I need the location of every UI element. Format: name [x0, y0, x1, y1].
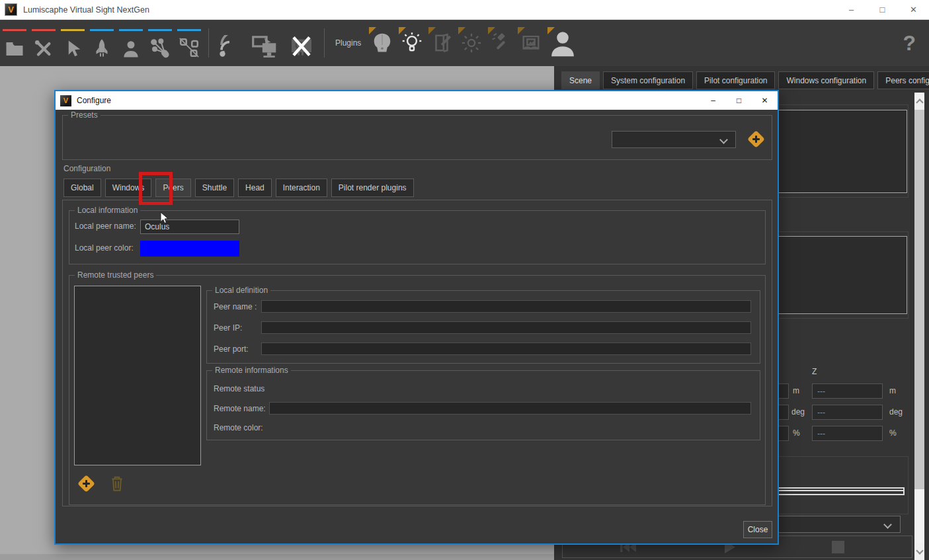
tools-button[interactable] — [30, 24, 58, 62]
yellow-underline — [61, 29, 85, 31]
mouse-cursor-icon — [160, 212, 169, 227]
scroll-down-button[interactable] — [914, 543, 924, 560]
unit-label: m — [889, 386, 896, 395]
remote-informations-label: Remote informations — [212, 366, 291, 375]
tab-global[interactable]: Global — [63, 179, 101, 197]
help-button[interactable]: ? — [903, 31, 916, 56]
light-plugin-button[interactable] — [397, 25, 426, 61]
z-value-field[interactable]: --- — [812, 426, 883, 441]
tab-windows[interactable]: Windows — [105, 179, 152, 197]
person-plugin-button[interactable] — [545, 25, 580, 61]
z-value-field[interactable]: --- — [812, 405, 883, 420]
add-peer-button[interactable] — [77, 475, 95, 493]
tab-system-configuration[interactable]: System configuration — [603, 71, 693, 89]
red-underline — [3, 29, 26, 31]
capture-zones-button[interactable] — [175, 24, 203, 62]
chevron-up-icon — [916, 99, 923, 106]
tab-interaction[interactable]: Interaction — [276, 179, 327, 197]
red-underline — [32, 29, 56, 31]
open-folder-button[interactable] — [1, 24, 28, 62]
close-dialog-button[interactable]: Close — [743, 521, 772, 538]
peer-port-input[interactable] — [261, 342, 751, 355]
blue-underline — [119, 29, 143, 31]
add-preset-button[interactable] — [747, 130, 765, 148]
select-cursor-button[interactable] — [59, 24, 87, 62]
dialog-maximize-button[interactable]: □ — [726, 91, 752, 110]
unit-label: % — [889, 428, 897, 438]
flashlight-plugin-button[interactable] — [486, 25, 516, 61]
plugin-corner-badge — [547, 27, 555, 34]
tab-pilot-render-plugins[interactable]: Pilot render plugins — [331, 179, 414, 197]
tab-head[interactable]: Head — [238, 179, 272, 197]
door-plugin-icon — [430, 32, 453, 54]
remote-trusted-peers-label: Remote trusted peers — [75, 270, 156, 280]
peer-ip-label: Peer IP: — [214, 323, 242, 333]
app-logo-icon: V — [5, 3, 17, 16]
chevron-down-icon — [916, 547, 923, 554]
tab-peers-configuration[interactable]: Peers configuration — [877, 71, 929, 89]
unit-label: deg — [791, 407, 805, 417]
blue-underline — [148, 29, 172, 31]
node-graph-button[interactable] — [146, 24, 174, 62]
open-folder-icon — [3, 39, 26, 59]
local-definition-label: Local definition — [212, 286, 270, 295]
dialog-close-button[interactable]: ✕ — [752, 91, 778, 110]
tab-pilot-configuration[interactable]: Pilot configuration — [696, 71, 775, 89]
dialog-window-controls: – □ ✕ — [700, 91, 778, 110]
peer-ip-input[interactable] — [261, 321, 751, 334]
local-information-label: Local information — [75, 206, 140, 215]
peer-name-input[interactable] — [261, 300, 751, 313]
head-plugin-icon — [370, 31, 394, 55]
tools-icon — [32, 39, 55, 59]
stop-button[interactable] — [826, 539, 850, 555]
sun-plugin-button[interactable] — [456, 25, 486, 61]
blue-underline — [177, 29, 201, 31]
plugin-corner-badge — [428, 27, 436, 34]
preset-select[interactable] — [612, 131, 736, 148]
stream-button[interactable] — [214, 24, 245, 62]
toolbar-separator — [324, 28, 325, 58]
toolbar-separator — [208, 28, 209, 58]
local-peer-color-swatch[interactable] — [140, 241, 239, 257]
peer-name-label: Peer name : — [214, 302, 257, 311]
dialog-logo-icon: V — [60, 95, 71, 106]
tab-windows-configuration[interactable]: Windows configuration — [778, 71, 874, 89]
remote-color-label: Remote color: — [214, 423, 263, 432]
scroll-up-button[interactable] — [914, 93, 924, 110]
local-peer-color-label: Local peer color: — [75, 243, 134, 253]
dialog-title: Configure — [77, 96, 111, 105]
gpu-disabled-button[interactable] — [284, 24, 319, 62]
plugin-corner-badge — [488, 27, 495, 34]
delete-peer-button[interactable] — [110, 475, 126, 492]
application-window: V Lumiscaphe Virtual Sight NextGen – □ ✕ — [0, 0, 929, 560]
displays-icon — [250, 34, 279, 59]
remote-name-input[interactable] — [269, 402, 751, 415]
stream-icon — [218, 35, 241, 59]
tab-peers[interactable]: Peers — [155, 179, 190, 197]
unit-label: % — [793, 428, 800, 438]
displays-button[interactable] — [246, 24, 283, 62]
book-plugin-button[interactable] — [516, 25, 545, 61]
maximize-button[interactable]: □ — [867, 0, 898, 19]
local-peer-name-input[interactable] — [140, 220, 239, 234]
minimize-button[interactable]: – — [836, 0, 867, 19]
right-panel-tabs: Scene System configuration Pilot configu… — [561, 71, 929, 89]
right-scrollbar[interactable] — [914, 93, 924, 560]
tab-shuttle[interactable]: Shuttle — [195, 179, 234, 197]
pilot-button[interactable] — [117, 24, 145, 62]
gpu-disabled-icon — [288, 34, 315, 59]
local-peer-name-label: Local peer name: — [75, 221, 136, 231]
z-column-label: Z — [812, 367, 817, 376]
shuttle-button[interactable] — [88, 24, 116, 62]
unit-label: m — [793, 386, 799, 395]
z-value-field[interactable]: --- — [812, 383, 883, 399]
remote-peers-list[interactable] — [74, 286, 201, 465]
head-plugin-button[interactable] — [367, 25, 397, 61]
door-plugin-button[interactable] — [426, 25, 456, 61]
close-button[interactable]: ✕ — [898, 0, 929, 19]
dialog-titlebar: V Configure – □ ✕ — [56, 91, 778, 110]
dialog-minimize-button[interactable]: – — [700, 91, 726, 110]
tab-scene[interactable]: Scene — [561, 71, 600, 89]
configuration-tabs: Global Windows Peers Shuttle Head Intera… — [63, 179, 414, 197]
main-toolbar: Plugins ? — [0, 20, 929, 66]
